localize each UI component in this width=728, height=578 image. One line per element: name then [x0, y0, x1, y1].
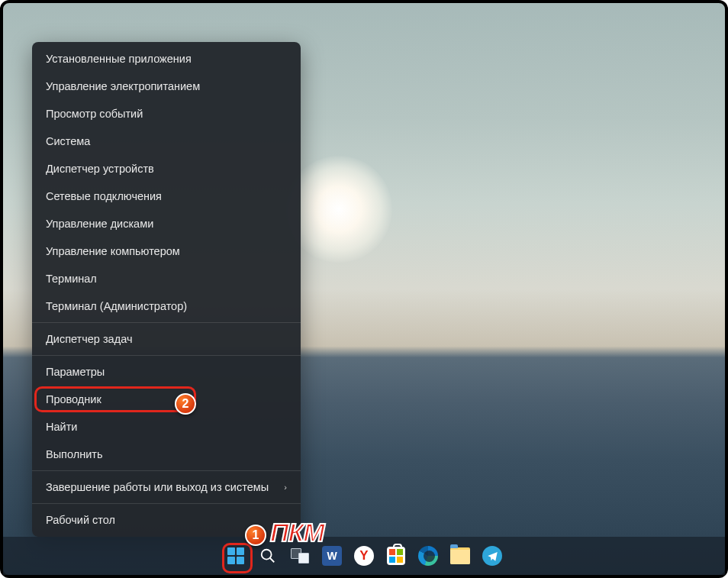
menu-item[interactable]: Управление компьютером — [32, 237, 301, 265]
menu-separator — [32, 503, 301, 504]
menu-item[interactable]: Диспетчер задач — [32, 325, 301, 353]
menu-item[interactable]: Сетевые подключения — [32, 182, 301, 210]
ms-store-icon — [387, 547, 405, 565]
menu-separator — [32, 355, 301, 356]
menu-item[interactable]: Выполнить — [32, 441, 301, 468]
menu-item[interactable]: Завершение работы или выход из системы› — [32, 473, 301, 501]
menu-separator — [32, 322, 301, 323]
wallpaper-sun — [285, 156, 392, 263]
menu-item[interactable]: Установленные приложения — [32, 45, 301, 73]
menu-item-label: Терминал — [46, 272, 97, 286]
menu-item[interactable]: Система — [32, 128, 301, 155]
word-icon: W — [322, 546, 342, 566]
taskbar-explorer-button[interactable] — [449, 545, 471, 567]
annotation-badge-2: 2 — [175, 393, 196, 415]
menu-item-label: Управление компьютером — [46, 244, 180, 258]
menu-item-label: Сетевые подключения — [46, 189, 162, 203]
windows-start-icon — [227, 547, 244, 564]
menu-item-label: Терминал (Администратор) — [46, 299, 187, 313]
menu-separator — [32, 470, 301, 471]
menu-item-label: Система — [46, 134, 90, 148]
annotation-badge-1: 1 — [245, 525, 266, 546]
taskbar: WY — [3, 537, 725, 575]
menu-item[interactable]: Управление дисками — [32, 210, 301, 237]
menu-item[interactable]: Найти — [32, 413, 301, 441]
taskbar-taskview-button[interactable] — [289, 545, 311, 567]
menu-item-label: Параметры — [46, 365, 105, 379]
svg-point-0 — [262, 550, 272, 560]
taskbar-word-button[interactable]: W — [321, 545, 343, 567]
menu-item[interactable]: Терминал (Администратор) — [32, 292, 301, 320]
menu-item-label: Установленные приложения — [46, 52, 192, 66]
taskbar-yandex-button[interactable]: Y — [353, 545, 375, 567]
menu-item[interactable]: Управление электропитанием — [32, 73, 301, 100]
taskbar-edge-button[interactable] — [417, 545, 439, 567]
menu-item-label: Завершение работы или выход из системы — [46, 480, 269, 494]
taskbar-store-button[interactable] — [385, 545, 407, 567]
menu-item-label: Управление электропитанием — [46, 79, 200, 93]
menu-item-label: Рабочий стол — [46, 513, 115, 527]
menu-item[interactable]: Терминал — [32, 265, 301, 292]
menu-item-label: Выполнить — [46, 447, 102, 461]
taskbar-start-button[interactable] — [225, 545, 246, 567]
menu-item-label: Просмотр событий — [46, 107, 143, 121]
menu-item-label: Диспетчер задач — [46, 332, 132, 346]
menu-item[interactable]: Диспетчер устройств — [32, 155, 301, 182]
taskbar-search-button[interactable] — [257, 545, 279, 567]
menu-item-label: Диспетчер устройств — [46, 162, 154, 176]
desktop: Установленные приложенияУправление элект… — [0, 0, 728, 578]
search-icon — [259, 547, 276, 564]
edge-icon — [418, 546, 438, 566]
menu-item-label: Найти — [46, 420, 77, 434]
menu-item-label: Проводник — [46, 392, 101, 406]
telegram-icon — [482, 546, 502, 566]
annotation-rmb-label: ПКМ — [270, 518, 324, 547]
yandex-icon: Y — [354, 546, 374, 566]
menu-item[interactable]: Просмотр событий — [32, 100, 301, 128]
svg-line-1 — [270, 558, 275, 563]
taskbar-telegram-button[interactable] — [482, 545, 503, 567]
file-explorer-icon — [450, 547, 470, 564]
task-view-icon — [291, 548, 309, 563]
menu-item[interactable]: Проводник — [32, 386, 301, 413]
chevron-right-icon: › — [284, 480, 287, 494]
menu-item-label: Управление дисками — [46, 217, 153, 231]
start-context-menu: Установленные приложенияУправление элект… — [32, 42, 301, 537]
menu-item[interactable]: Параметры — [32, 358, 301, 386]
